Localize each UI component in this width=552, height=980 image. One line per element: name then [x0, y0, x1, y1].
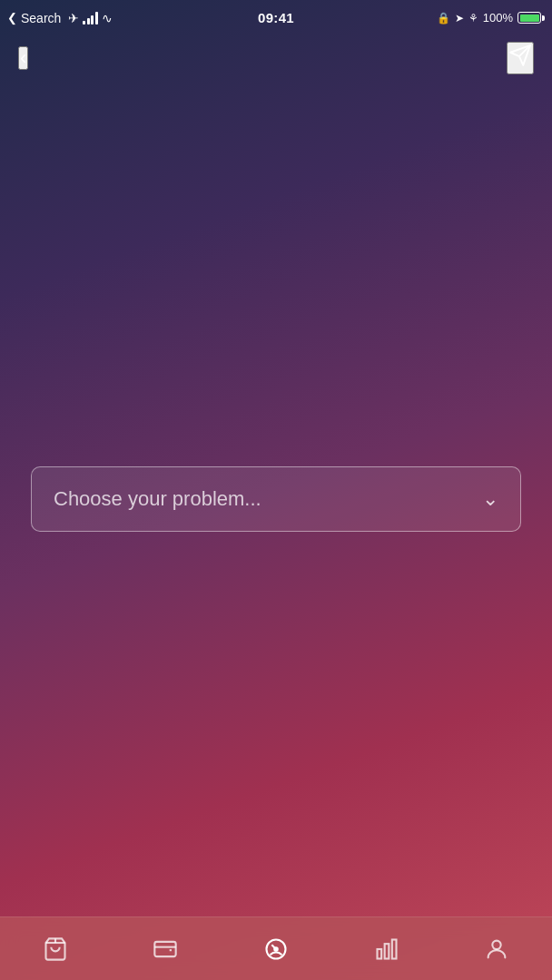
status-bar: ❮ Search ✈ ∿ 09:41 🔒 ➤ ⚘ 100%	[0, 0, 552, 35]
svg-point-5	[274, 947, 278, 951]
dropdown-placeholder: Choose your problem...	[54, 487, 261, 511]
status-time: 09:41	[258, 10, 294, 25]
battery-icon	[518, 12, 541, 24]
svg-point-9	[493, 940, 501, 948]
shopping-bag-icon	[41, 935, 70, 964]
svg-rect-3	[155, 941, 176, 956]
person-icon	[482, 935, 511, 964]
wallet-icon	[151, 935, 180, 964]
bar-chart-icon	[372, 935, 401, 964]
tab-dashboard[interactable]	[247, 927, 305, 971]
dropdown-container: Choose your problem... ⌄	[31, 466, 521, 532]
nav-bar: ‹	[0, 35, 552, 81]
chevron-down-icon: ⌄	[482, 487, 498, 511]
back-app-label: Search	[21, 11, 61, 25]
problem-dropdown[interactable]: Choose your problem... ⌄	[31, 466, 521, 532]
lock-icon: 🔒	[437, 12, 450, 24]
location-icon: ➤	[455, 12, 464, 24]
airplane-icon: ✈	[68, 11, 79, 25]
signal-icon	[83, 12, 98, 24]
back-chevron-icon: ❮	[7, 11, 17, 24]
bluetooth-icon: ⚘	[468, 12, 478, 24]
tab-bar	[0, 916, 552, 980]
send-button[interactable]	[507, 42, 534, 74]
main-content: Choose your problem... ⌄	[0, 81, 552, 916]
tab-profile[interactable]	[468, 927, 526, 971]
tab-wallet[interactable]	[136, 927, 194, 971]
svg-rect-8	[391, 939, 396, 958]
tab-stats[interactable]	[358, 927, 416, 971]
tab-shop[interactable]	[26, 927, 84, 971]
svg-rect-7	[384, 944, 389, 958]
svg-rect-6	[377, 949, 381, 959]
battery-percent: 100%	[483, 11, 513, 24]
speedometer-icon	[261, 935, 291, 964]
wifi-icon: ∿	[102, 11, 113, 25]
back-button[interactable]: ‹	[18, 46, 28, 70]
status-left: ❮ Search ✈ ∿	[7, 11, 113, 25]
status-right: 🔒 ➤ ⚘ 100%	[437, 11, 541, 24]
